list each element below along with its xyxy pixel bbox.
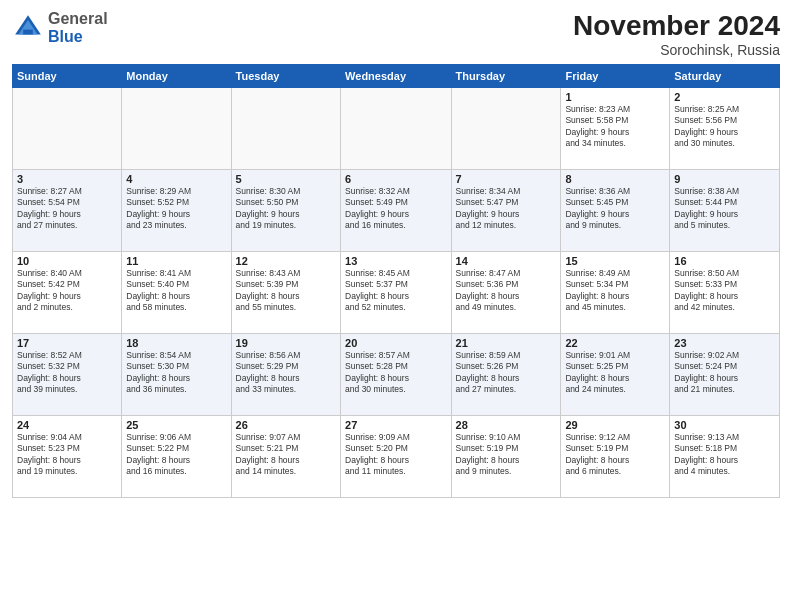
day-info: Sunrise: 8:36 AM Sunset: 5:45 PM Dayligh… <box>565 186 665 232</box>
table-row: 23Sunrise: 9:02 AM Sunset: 5:24 PM Dayli… <box>670 334 780 416</box>
logo-text: General Blue <box>48 10 108 45</box>
day-info: Sunrise: 8:25 AM Sunset: 5:56 PM Dayligh… <box>674 104 775 150</box>
month-title: November 2024 <box>573 10 780 42</box>
svg-rect-2 <box>23 29 33 34</box>
table-row: 3Sunrise: 8:27 AM Sunset: 5:54 PM Daylig… <box>13 170 122 252</box>
day-info: Sunrise: 8:27 AM Sunset: 5:54 PM Dayligh… <box>17 186 117 232</box>
table-row: 11Sunrise: 8:41 AM Sunset: 5:40 PM Dayli… <box>122 252 231 334</box>
day-info: Sunrise: 8:40 AM Sunset: 5:42 PM Dayligh… <box>17 268 117 314</box>
calendar-header-row: Sunday Monday Tuesday Wednesday Thursday… <box>13 65 780 88</box>
day-info: Sunrise: 8:59 AM Sunset: 5:26 PM Dayligh… <box>456 350 557 396</box>
day-number: 26 <box>236 419 336 431</box>
day-info: Sunrise: 8:29 AM Sunset: 5:52 PM Dayligh… <box>126 186 226 232</box>
table-row: 8Sunrise: 8:36 AM Sunset: 5:45 PM Daylig… <box>561 170 670 252</box>
day-number: 30 <box>674 419 775 431</box>
day-number: 29 <box>565 419 665 431</box>
day-info: Sunrise: 8:57 AM Sunset: 5:28 PM Dayligh… <box>345 350 446 396</box>
day-info: Sunrise: 9:02 AM Sunset: 5:24 PM Dayligh… <box>674 350 775 396</box>
day-info: Sunrise: 8:43 AM Sunset: 5:39 PM Dayligh… <box>236 268 336 314</box>
day-number: 6 <box>345 173 446 185</box>
table-row: 15Sunrise: 8:49 AM Sunset: 5:34 PM Dayli… <box>561 252 670 334</box>
day-number: 1 <box>565 91 665 103</box>
table-row: 7Sunrise: 8:34 AM Sunset: 5:47 PM Daylig… <box>451 170 561 252</box>
col-sunday: Sunday <box>13 65 122 88</box>
calendar-week-row: 3Sunrise: 8:27 AM Sunset: 5:54 PM Daylig… <box>13 170 780 252</box>
table-row: 5Sunrise: 8:30 AM Sunset: 5:50 PM Daylig… <box>231 170 340 252</box>
day-number: 2 <box>674 91 775 103</box>
day-info: Sunrise: 8:52 AM Sunset: 5:32 PM Dayligh… <box>17 350 117 396</box>
day-info: Sunrise: 8:41 AM Sunset: 5:40 PM Dayligh… <box>126 268 226 314</box>
table-row: 4Sunrise: 8:29 AM Sunset: 5:52 PM Daylig… <box>122 170 231 252</box>
table-row: 12Sunrise: 8:43 AM Sunset: 5:39 PM Dayli… <box>231 252 340 334</box>
table-row <box>13 88 122 170</box>
day-number: 7 <box>456 173 557 185</box>
table-row: 26Sunrise: 9:07 AM Sunset: 5:21 PM Dayli… <box>231 416 340 498</box>
table-row: 29Sunrise: 9:12 AM Sunset: 5:19 PM Dayli… <box>561 416 670 498</box>
day-info: Sunrise: 8:47 AM Sunset: 5:36 PM Dayligh… <box>456 268 557 314</box>
table-row: 17Sunrise: 8:52 AM Sunset: 5:32 PM Dayli… <box>13 334 122 416</box>
day-number: 17 <box>17 337 117 349</box>
table-row: 18Sunrise: 8:54 AM Sunset: 5:30 PM Dayli… <box>122 334 231 416</box>
logo-general: General <box>48 10 108 28</box>
day-number: 24 <box>17 419 117 431</box>
table-row: 2Sunrise: 8:25 AM Sunset: 5:56 PM Daylig… <box>670 88 780 170</box>
day-info: Sunrise: 9:13 AM Sunset: 5:18 PM Dayligh… <box>674 432 775 478</box>
day-number: 28 <box>456 419 557 431</box>
day-number: 25 <box>126 419 226 431</box>
day-number: 21 <box>456 337 557 349</box>
table-row <box>341 88 451 170</box>
day-info: Sunrise: 8:32 AM Sunset: 5:49 PM Dayligh… <box>345 186 446 232</box>
location-subtitle: Sorochinsk, Russia <box>573 42 780 58</box>
calendar-table: Sunday Monday Tuesday Wednesday Thursday… <box>12 64 780 498</box>
day-info: Sunrise: 8:34 AM Sunset: 5:47 PM Dayligh… <box>456 186 557 232</box>
logo-blue: Blue <box>48 28 108 46</box>
day-number: 9 <box>674 173 775 185</box>
day-number: 16 <box>674 255 775 267</box>
col-tuesday: Tuesday <box>231 65 340 88</box>
col-monday: Monday <box>122 65 231 88</box>
day-info: Sunrise: 8:54 AM Sunset: 5:30 PM Dayligh… <box>126 350 226 396</box>
day-info: Sunrise: 9:10 AM Sunset: 5:19 PM Dayligh… <box>456 432 557 478</box>
table-row: 21Sunrise: 8:59 AM Sunset: 5:26 PM Dayli… <box>451 334 561 416</box>
table-row: 22Sunrise: 9:01 AM Sunset: 5:25 PM Dayli… <box>561 334 670 416</box>
page-container: General Blue November 2024 Sorochinsk, R… <box>0 0 792 612</box>
table-row <box>451 88 561 170</box>
day-info: Sunrise: 9:07 AM Sunset: 5:21 PM Dayligh… <box>236 432 336 478</box>
col-friday: Friday <box>561 65 670 88</box>
table-row: 13Sunrise: 8:45 AM Sunset: 5:37 PM Dayli… <box>341 252 451 334</box>
table-row: 6Sunrise: 8:32 AM Sunset: 5:49 PM Daylig… <box>341 170 451 252</box>
table-row: 10Sunrise: 8:40 AM Sunset: 5:42 PM Dayli… <box>13 252 122 334</box>
table-row: 20Sunrise: 8:57 AM Sunset: 5:28 PM Dayli… <box>341 334 451 416</box>
table-row: 25Sunrise: 9:06 AM Sunset: 5:22 PM Dayli… <box>122 416 231 498</box>
table-row: 1Sunrise: 8:23 AM Sunset: 5:58 PM Daylig… <box>561 88 670 170</box>
day-info: Sunrise: 8:23 AM Sunset: 5:58 PM Dayligh… <box>565 104 665 150</box>
day-number: 4 <box>126 173 226 185</box>
table-row <box>122 88 231 170</box>
day-number: 22 <box>565 337 665 349</box>
day-info: Sunrise: 8:38 AM Sunset: 5:44 PM Dayligh… <box>674 186 775 232</box>
day-number: 5 <box>236 173 336 185</box>
logo-icon <box>12 12 44 44</box>
table-row: 24Sunrise: 9:04 AM Sunset: 5:23 PM Dayli… <box>13 416 122 498</box>
day-number: 23 <box>674 337 775 349</box>
col-wednesday: Wednesday <box>341 65 451 88</box>
calendar-week-row: 24Sunrise: 9:04 AM Sunset: 5:23 PM Dayli… <box>13 416 780 498</box>
table-row: 14Sunrise: 8:47 AM Sunset: 5:36 PM Dayli… <box>451 252 561 334</box>
day-number: 19 <box>236 337 336 349</box>
day-number: 18 <box>126 337 226 349</box>
calendar-week-row: 17Sunrise: 8:52 AM Sunset: 5:32 PM Dayli… <box>13 334 780 416</box>
day-info: Sunrise: 8:30 AM Sunset: 5:50 PM Dayligh… <box>236 186 336 232</box>
day-info: Sunrise: 9:04 AM Sunset: 5:23 PM Dayligh… <box>17 432 117 478</box>
title-block: November 2024 Sorochinsk, Russia <box>573 10 780 58</box>
calendar-week-row: 10Sunrise: 8:40 AM Sunset: 5:42 PM Dayli… <box>13 252 780 334</box>
day-number: 13 <box>345 255 446 267</box>
logo: General Blue <box>12 10 108 45</box>
day-info: Sunrise: 8:45 AM Sunset: 5:37 PM Dayligh… <box>345 268 446 314</box>
day-number: 11 <box>126 255 226 267</box>
day-number: 3 <box>17 173 117 185</box>
day-number: 15 <box>565 255 665 267</box>
table-row: 30Sunrise: 9:13 AM Sunset: 5:18 PM Dayli… <box>670 416 780 498</box>
calendar-week-row: 1Sunrise: 8:23 AM Sunset: 5:58 PM Daylig… <box>13 88 780 170</box>
day-number: 10 <box>17 255 117 267</box>
col-saturday: Saturday <box>670 65 780 88</box>
